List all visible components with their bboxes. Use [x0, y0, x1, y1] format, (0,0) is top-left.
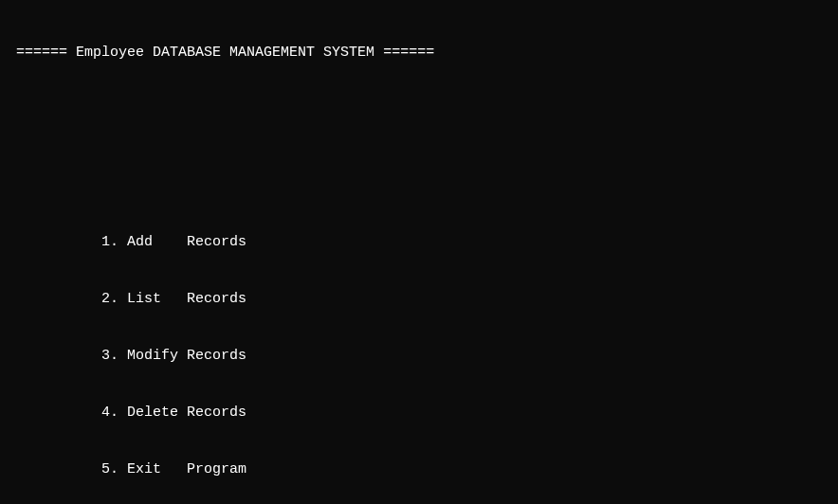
menu-num: 3.	[101, 348, 118, 364]
menu-item-5[interactable]: 5. Exit Program	[8, 460, 838, 479]
menu-item-1[interactable]: 1. Add Records	[8, 233, 838, 252]
terminal-screen: ====== Employee DATABASE MANAGEMENT SYST…	[8, 6, 838, 504]
title-decor-right: ======	[383, 45, 434, 61]
menu-num: 1.	[101, 234, 118, 250]
menu-action: List	[127, 291, 161, 307]
menu-item-3[interactable]: 3. Modify Records	[8, 347, 838, 366]
title-text: Employee DATABASE MANAGEMENT SYSTEM	[76, 45, 374, 61]
menu-num: 5.	[101, 461, 118, 477]
menu-action: Modify	[127, 348, 178, 364]
menu-num: 2.	[101, 291, 118, 307]
menu-action: Delete	[127, 405, 178, 421]
title-decor-left: ======	[16, 45, 67, 61]
menu-num: 4.	[101, 405, 118, 421]
menu-object: Records	[187, 348, 246, 364]
menu-object: Records	[187, 234, 246, 250]
menu-item-2[interactable]: 2. List Records	[8, 290, 838, 309]
menu-block: 1. Add Records 2. List Records 3. Modify…	[8, 195, 838, 504]
menu-object: Program	[187, 461, 246, 477]
menu-action: Exit	[127, 461, 161, 477]
menu-item-4[interactable]: 4. Delete Records	[8, 404, 838, 423]
menu-object: Records	[187, 405, 246, 421]
menu-action: Add	[127, 234, 153, 250]
menu-object: Records	[187, 291, 246, 307]
title-line: ====== Employee DATABASE MANAGEMENT SYST…	[8, 44, 838, 63]
